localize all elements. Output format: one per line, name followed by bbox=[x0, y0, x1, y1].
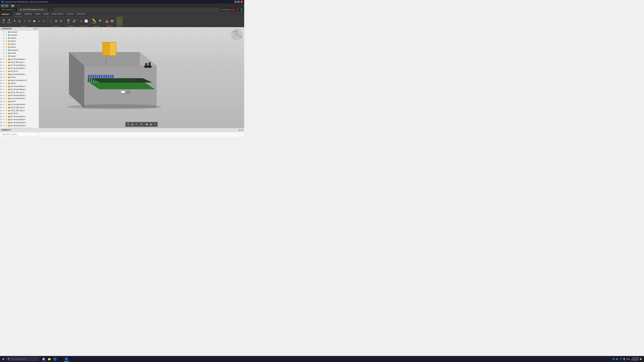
browser-visibility-icon[interactable]: 👁 bbox=[3, 104, 5, 105]
browser-item[interactable]: 👁💡⭕Hole14 bbox=[0, 45, 39, 49]
tab-nav-prev[interactable]: ◀ bbox=[220, 9, 222, 10]
browser-item[interactable]: 👁💡🔷Draft10 bbox=[0, 36, 39, 39]
browser-light-icon[interactable]: 💡 bbox=[5, 58, 8, 60]
browser-expand-icon[interactable]: ▶ bbox=[1, 76, 3, 78]
comments-search-input[interactable] bbox=[1, 133, 38, 136]
browser-expand-icon[interactable]: ▶ bbox=[1, 85, 3, 87]
browser-visibility-icon[interactable]: 👁 bbox=[3, 73, 5, 75]
browser-item[interactable]: ▶👁💡📦8er Terminal Block:6 bbox=[0, 124, 39, 127]
browser-light-icon[interactable]: 💡 bbox=[5, 79, 8, 81]
browser-item[interactable]: ▶👁💡📦8er Terminal Block:1 bbox=[0, 73, 39, 76]
create-group-label[interactable]: CREATE ▾ bbox=[21, 25, 27, 27]
shell-button[interactable]: ⬡ bbox=[27, 17, 32, 25]
browser-visibility-icon[interactable]: 👁 bbox=[3, 91, 5, 93]
inspect-btn-2[interactable]: 🔎 bbox=[97, 17, 102, 25]
browser-visibility-icon[interactable]: 👁 bbox=[3, 125, 5, 126]
browser-item[interactable]: ▶👁💡📦5er Terminal Block:1 bbox=[0, 64, 39, 67]
browser-visibility-icon[interactable]: 👁 bbox=[3, 40, 5, 42]
browser-light-icon[interactable]: 💡 bbox=[5, 67, 8, 69]
minimize-button[interactable]: ─ bbox=[234, 1, 237, 3]
browser-item[interactable]: ▶👁💡📦Switch Schematic v2:1 bbox=[0, 79, 39, 82]
browser-item[interactable]: ▶👁💡📦4er Terminal Block:1 bbox=[0, 67, 39, 70]
account-icon[interactable]: 👤 bbox=[240, 8, 243, 11]
undo-button[interactable]: ↩ bbox=[1, 4, 4, 7]
display-mode-button[interactable]: 🔲 bbox=[145, 122, 148, 126]
select-group-label[interactable]: SELECT ▾ bbox=[116, 25, 122, 27]
browser-visibility-icon[interactable]: 👁 bbox=[3, 34, 5, 36]
browser-visibility-icon[interactable]: 👁 bbox=[3, 100, 5, 102]
modify-btn-1[interactable]: ⬛ bbox=[48, 17, 54, 25]
browser-visibility-icon[interactable]: 👁 bbox=[3, 116, 5, 117]
browser-light-icon[interactable]: 💡 bbox=[5, 49, 8, 51]
insert-btn-2[interactable]: 🖼 bbox=[110, 17, 114, 25]
chamfer-button[interactable]: ◇ bbox=[37, 17, 42, 25]
browser-expand-icon[interactable]: ▶ bbox=[1, 70, 3, 72]
browser-visibility-icon[interactable]: 👁 bbox=[3, 67, 5, 69]
design-mode-selector[interactable]: DESIGN ▼ bbox=[0, 12, 12, 16]
browser-item[interactable]: 👁💡🔷Extrude15 bbox=[0, 49, 39, 52]
browser-light-icon[interactable]: 💡 bbox=[5, 64, 8, 66]
modify-btn-2[interactable]: ⊞ bbox=[54, 17, 58, 25]
browser-visibility-icon[interactable]: 👁 bbox=[3, 122, 5, 123]
browser-expand-icon[interactable]: ▶ bbox=[1, 122, 3, 123]
browser-item[interactable]: ▶👁💡📦3er Terminal Block:1 bbox=[0, 58, 39, 61]
browser-item[interactable]: ▶👁💡📦DP-28 N:2 bbox=[0, 112, 39, 115]
modify-btn-3[interactable]: ⊡ bbox=[58, 17, 63, 25]
browser-visibility-icon[interactable]: 👁 bbox=[3, 88, 5, 90]
tab-1-close[interactable]: ✕ bbox=[14, 9, 16, 10]
assemble-group-label[interactable]: ASSEMBLE ▾ bbox=[67, 25, 75, 27]
insert-btn-1[interactable]: 📥 bbox=[104, 17, 110, 25]
browser-light-icon[interactable]: 💡 bbox=[5, 97, 8, 99]
browser-light-icon[interactable]: 💡 bbox=[5, 55, 8, 57]
browser-expand-icon[interactable]: ▶ bbox=[1, 73, 3, 75]
help-icon[interactable]: ❓ bbox=[236, 8, 239, 11]
browser-light-icon[interactable]: 💡 bbox=[5, 31, 8, 33]
browser-item[interactable]: ▶👁💡📦4er Terminal Block:3 bbox=[0, 97, 39, 100]
browser-visibility-icon[interactable]: 👁 bbox=[3, 64, 5, 66]
revolve-button[interactable]: ↻ bbox=[12, 17, 17, 25]
browser-item[interactable]: ▶👁💡📦OLED_096_assy:3 bbox=[0, 106, 39, 109]
browser-expand-icon[interactable]: ▶ bbox=[1, 58, 3, 60]
browser-pin-icon[interactable]: 📌 bbox=[36, 28, 38, 30]
comments-settings-icon[interactable]: ⚙ bbox=[239, 129, 240, 131]
browser-light-icon[interactable]: 💡 bbox=[5, 34, 8, 36]
browser-light-icon[interactable]: 💡 bbox=[5, 122, 8, 123]
browser-expand-icon[interactable]: ▶ bbox=[1, 97, 3, 99]
browser-light-icon[interactable]: 💡 bbox=[5, 43, 8, 45]
browser-light-icon[interactable]: 💡 bbox=[5, 70, 8, 72]
browser-light-icon[interactable]: 💡 bbox=[5, 37, 8, 39]
subtab-sheet-metal[interactable]: SHEET METAL bbox=[50, 12, 65, 16]
browser-light-icon[interactable]: 💡 bbox=[5, 104, 8, 105]
insert-group-label[interactable]: INSERT ▾ bbox=[107, 25, 112, 27]
browser-item[interactable]: 👁💡🔷Extrude6 bbox=[0, 33, 39, 36]
hole-button[interactable]: ◎ bbox=[17, 17, 22, 25]
grid-button[interactable]: ⊞ bbox=[126, 122, 130, 126]
tab-2-close[interactable]: ✕ bbox=[44, 9, 46, 10]
browser-visibility-icon[interactable]: 👁 bbox=[3, 110, 5, 111]
browser-expand-icon[interactable]: ▶ bbox=[1, 67, 3, 69]
browser-item[interactable]: 👁💡🔷Extrude5 bbox=[0, 30, 39, 33]
browser-expand-icon[interactable]: ▶ bbox=[1, 113, 3, 114]
browser-expand-icon[interactable]: ▶ bbox=[1, 100, 3, 102]
browser-expand-icon[interactable]: ▶ bbox=[1, 110, 3, 111]
delete-button[interactable]: ✕ bbox=[22, 17, 27, 25]
browser-expand-icon[interactable]: ▶ bbox=[1, 125, 3, 126]
browser-visibility-icon[interactable]: 👁 bbox=[3, 61, 5, 63]
browser-visibility-icon[interactable]: 👁 bbox=[3, 85, 5, 87]
browser-expand-icon[interactable]: ▶ bbox=[1, 119, 3, 120]
browser-settings-icon[interactable]: ⚙ bbox=[34, 28, 35, 30]
browser-visibility-icon[interactable]: 👁 bbox=[3, 52, 5, 54]
browser-expand-icon[interactable]: ▶ bbox=[1, 88, 3, 90]
browser-light-icon[interactable]: 💡 bbox=[5, 110, 8, 111]
construct-btn-2[interactable]: ⬜ bbox=[84, 17, 89, 25]
notification-badge[interactable]: 1 bbox=[232, 8, 235, 11]
pan-button[interactable]: ✋ bbox=[130, 122, 134, 126]
measure-button[interactable]: 📏 Measure bbox=[91, 17, 97, 25]
browser-item[interactable]: ▶👁💡📦DP24:2 bbox=[0, 82, 39, 85]
browser-light-icon[interactable]: 💡 bbox=[5, 52, 8, 54]
subtab-mesh[interactable]: MESH bbox=[34, 12, 42, 16]
subtab-solid[interactable]: SOLID bbox=[14, 12, 22, 16]
browser-item[interactable]: ▶👁💡📦4er Terminal Block:4 bbox=[0, 103, 39, 106]
modify-group-label[interactable]: MODIFY ▾ bbox=[53, 25, 59, 27]
browser-visibility-icon[interactable]: 👁 bbox=[3, 94, 5, 96]
